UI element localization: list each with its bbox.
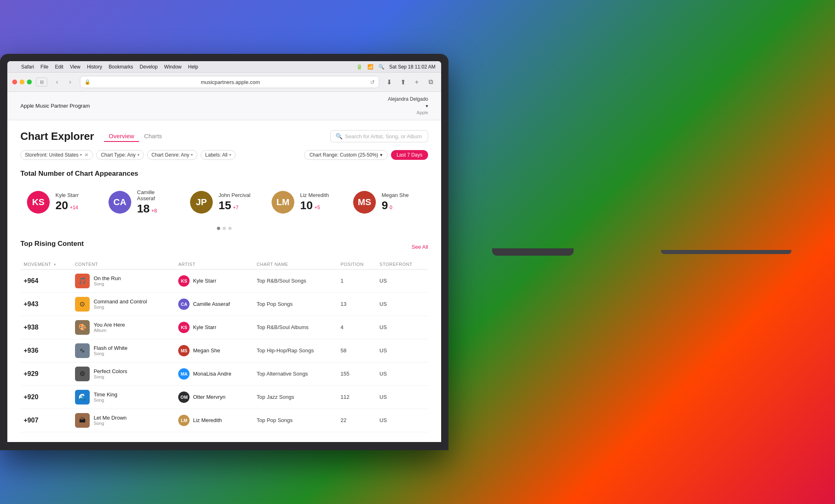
storefront-filter[interactable]: Storefront: United States ▾ ✕ (20, 150, 93, 160)
content-info: Command and Control Song (94, 298, 147, 309)
new-tab-button[interactable]: ＋ (411, 76, 422, 88)
artist-header: Artist (175, 259, 253, 270)
content-thumbnail: ⊙ (75, 297, 90, 312)
top-rising-section: Top Rising Content See All Movement ▾ Co… (20, 240, 428, 432)
content-name: Time King (94, 391, 117, 398)
artist-mini-avatar: LM (178, 415, 190, 426)
table-body: +964 🎵 On the Run Song KS Kyle Starr (20, 269, 428, 432)
content-name: You Are Here (94, 322, 125, 328)
content-type: Song (94, 374, 127, 379)
menu-history[interactable]: History (87, 64, 102, 70)
artist-info: John Percival 15 +7 (219, 192, 250, 212)
storefront-cell: US (376, 316, 428, 339)
content-name: Command and Control (94, 298, 147, 305)
content-type: Song (94, 351, 128, 356)
table-row[interactable]: +936 ∿ Flash of White Song MS Megan She (20, 339, 428, 362)
table-row[interactable]: +943 ⊙ Command and Control Song CA Camil… (20, 292, 428, 316)
content-header: Content (72, 259, 175, 270)
clock-display: Sat Sep 18 11:02 AM (389, 64, 435, 70)
content-type: Song (94, 281, 121, 286)
pagination-dot[interactable] (223, 227, 226, 230)
pagination-dot[interactable] (217, 227, 220, 230)
artist-avatar: MS (353, 191, 376, 214)
tabs-button[interactable]: ⊟ (36, 77, 47, 86)
forward-button[interactable]: › (64, 76, 76, 88)
chart-type-filter[interactable]: Chart Type: Any ▾ (96, 150, 144, 160)
artist-name-cell: Megan She (193, 347, 220, 354)
storefront-cell: US (376, 362, 428, 385)
chart-range-filter[interactable]: Chart Range: Custom (25-50%) ▾ (304, 150, 388, 160)
artist-card[interactable]: CA Camille Asseraf 18 +8 (102, 184, 183, 220)
content-type: Song (94, 421, 127, 426)
content-thumbnail: 🎨 (75, 320, 90, 335)
menu-help[interactable]: Help (188, 64, 198, 70)
artist-count: 20 +14 (55, 199, 79, 212)
menu-develop[interactable]: Develop (140, 64, 158, 70)
reload-button[interactable]: ↺ (370, 79, 375, 85)
content-info: Let Me Drown Song (94, 415, 127, 426)
avatar-initials: KS (27, 191, 50, 214)
content-icon: ⚙ (75, 367, 90, 381)
battery-icon: 🔋 (356, 64, 362, 70)
position-cell: 22 (337, 409, 376, 432)
last-7-days-button[interactable]: Last 7 Days (391, 150, 428, 160)
content-info: You Are Here Album (94, 322, 125, 333)
content-thumbnail: ∿ (75, 343, 90, 358)
content-cell: ⊙ Command and Control Song (72, 292, 175, 316)
content-name: Let Me Drown (94, 415, 127, 421)
table-row[interactable]: +938 🎨 You Are Here Album KS Kyle Starr (20, 316, 428, 339)
artist-card[interactable]: JP John Percival 15 +7 (183, 184, 265, 220)
artist-delta: +8 (151, 208, 157, 214)
maximize-button[interactable] (27, 80, 32, 84)
see-all-link[interactable]: See All (412, 244, 428, 250)
close-button[interactable] (12, 80, 17, 84)
artist-card[interactable]: LM Liz Meredith 10 +5 (265, 184, 347, 220)
tab-charts[interactable]: Charts (139, 131, 167, 142)
table-head: Movement ▾ Content Artist Chart Name Pos… (20, 259, 428, 270)
menu-safari[interactable]: Safari (21, 64, 34, 70)
content-info: Time King Song (94, 391, 117, 402)
menu-edit[interactable]: Edit (55, 64, 64, 70)
filters-row: Storefront: United States ▾ ✕ Chart Type… (20, 150, 428, 160)
table-row[interactable]: +920 🌊 Time King Song OM Otter Mervryn (20, 385, 428, 409)
table-row[interactable]: +964 🎵 On the Run Song KS Kyle Starr (20, 269, 428, 292)
artist-name-cell: Otter Mervryn (193, 394, 225, 400)
search-icon[interactable]: 🔍 (378, 64, 384, 70)
remove-storefront-filter[interactable]: ✕ (84, 152, 88, 158)
storefront-header: Storefront (376, 259, 428, 270)
artist-avatar-mini: CA (178, 298, 190, 310)
artist-count: 10 +5 (300, 199, 329, 212)
table-row[interactable]: +929 ⚙ Perfect Colors Song MA MonaLisa A… (20, 362, 428, 385)
tab-overview-button[interactable]: ⧉ (425, 76, 436, 88)
tab-overview[interactable]: Overview (104, 131, 139, 142)
artist-info: Camille Asseraf 18 +8 (137, 189, 172, 215)
artist-card[interactable]: MS Megan She 9 0 (347, 184, 428, 220)
address-bar[interactable]: 🔒 musicpartners.apple.com ↺ (80, 76, 379, 88)
artist-card[interactable]: KS Kyle Starr 20 +14 (20, 184, 102, 220)
share-button[interactable]: ⬆ (397, 76, 409, 88)
table-row[interactable]: +907 🏔 Let Me Drown Song LM Liz Meredith (20, 409, 428, 432)
chart-name-cell: Top Jazz Songs (254, 385, 338, 409)
section-header: Top Rising Content See All (20, 240, 428, 254)
download-button[interactable]: ⬇ (383, 76, 395, 88)
minimize-button[interactable] (20, 80, 24, 84)
username-display: Alejandra Delgado ▾ (388, 96, 428, 110)
position-cell: 13 (337, 292, 376, 316)
menu-file[interactable]: File (40, 64, 48, 70)
artist-avatar-mini: MS (178, 345, 190, 356)
labels-filter[interactable]: Labels: All ▾ (201, 150, 236, 160)
artist-mini-avatar: KS (178, 322, 190, 333)
menu-view[interactable]: View (70, 64, 80, 70)
menu-bookmarks[interactable]: Bookmarks (109, 64, 133, 70)
storefront-cell: US (376, 292, 428, 316)
movement-header[interactable]: Movement ▾ (20, 259, 72, 270)
sort-icon: ▾ (54, 262, 56, 267)
user-menu[interactable]: Alejandra Delgado ▾ Apple (388, 96, 428, 116)
pagination-dot[interactable] (228, 227, 232, 230)
menu-window[interactable]: Window (164, 64, 182, 70)
storefront-cell: US (376, 339, 428, 362)
search-bar[interactable]: 🔍 Search for Artist, Song, or Album (330, 130, 428, 142)
back-button[interactable]: ‹ (51, 76, 63, 88)
chart-genre-filter[interactable]: Chart Genre: Any ▾ (147, 150, 198, 160)
main-content: Chart Explorer Overview Charts 🔍 Search … (7, 120, 441, 442)
